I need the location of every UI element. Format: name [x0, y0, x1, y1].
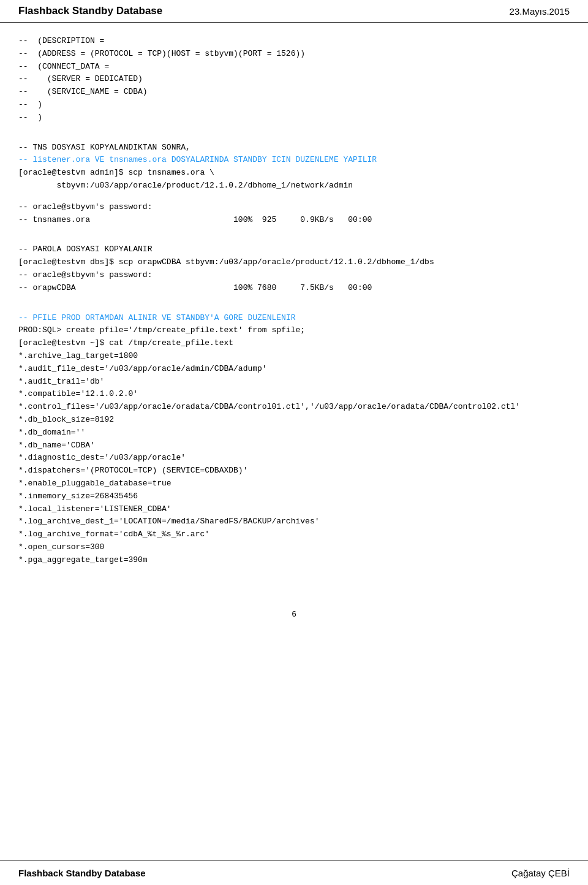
code-line: -- (ADDRESS = (PROTOCOL = TCP)(HOST = st… [18, 48, 570, 61]
code-line: *.log_archive_format='cdbA_%t_%s_%r.arc' [18, 528, 570, 541]
page-content: -- (DESCRIPTION =-- (ADDRESS = (PROTOCOL… [0, 23, 588, 603]
code-line: -- ) [18, 112, 570, 124]
code-line: -- TNS DOSYASI KOPYALANDIKTAN SONRA, [18, 142, 570, 154]
blank-line [18, 192, 570, 201]
code-line: *.archive_lag_target=1800 [18, 350, 570, 363]
page-footer: Flashback Standby Database Çağatay ÇEBİ [0, 860, 588, 885]
code-line: -- (CONNECT_DATA = [18, 61, 570, 74]
code-line: *.diagnostic_dest='/u03/app/oracle' [18, 452, 570, 465]
code-line: *.db_block_size=8192 [18, 414, 570, 427]
code-line: -- (SERVER = DEDICATED) [18, 73, 570, 86]
footer-left: Flashback Standby Database [18, 868, 146, 878]
code-line: -- (DESCRIPTION = [18, 35, 570, 48]
code-line: [oracle@testvm admin]$ scp tnsnames.ora … [18, 167, 570, 180]
code-line: *.inmemory_size=268435456 [18, 490, 570, 503]
page-header: Flashback Standby Database 23.Mayıs.2015 [0, 0, 588, 23]
code-line: -- oracle@stbyvm's password: [18, 201, 570, 214]
code-line: *.log_archive_dest_1='LOCATION=/media/Sh… [18, 515, 570, 528]
code-line: -- PAROLA DOSYASI KOPYALANIR [18, 243, 570, 256]
blank-line [18, 133, 570, 142]
code-line: -- orapwCDBA 100% 7680 7.5KB/s 00:00 [18, 282, 570, 295]
code-line: PROD:SQL> create pfile='/tmp/create_pfil… [18, 324, 570, 337]
blank-line [18, 226, 570, 235]
code-line: -- (SERVICE_NAME = CDBA) [18, 86, 570, 99]
code-line: *.control_files='/u03/app/oracle/oradata… [18, 401, 570, 414]
highlight-line: -- PFILE PROD ORTAMDAN ALINIR VE STANDBY… [18, 312, 570, 325]
code-line: *.enable_pluggable_database=true [18, 477, 570, 490]
blank-line [18, 124, 570, 133]
code-line: *.pga_aggregate_target=390m [18, 554, 570, 567]
code-line: -- tnsnames.ora 100% 925 0.9KB/s 00:00 [18, 214, 570, 227]
code-line: -- oracle@stbyvm's password: [18, 269, 570, 282]
code-line: *.compatible='12.1.0.2.0' [18, 388, 570, 401]
blank-line [18, 235, 570, 243]
code-line: *.local_listener='LISTENER_CDBA' [18, 503, 570, 516]
highlight-line: -- listener.ora VE tnsnames.ora DOSYALAR… [18, 154, 570, 167]
code-line: *.audit_file_dest='/u03/app/oracle/admin… [18, 363, 570, 376]
code-line: stbyvm:/u03/app/oracle/product/12.1.0.2/… [18, 180, 570, 192]
code-line: [oracle@testvm dbs]$ scp orapwCDBA stbyv… [18, 256, 570, 269]
code-line: *.open_cursors=300 [18, 541, 570, 554]
code-line: *.audit_trail='db' [18, 376, 570, 389]
header-title: Flashback Standby Database [18, 5, 162, 17]
code-line: -- ) [18, 99, 570, 112]
code-line: *.db_name='CDBA' [18, 439, 570, 452]
blank-line [18, 303, 570, 312]
code-line: [oracle@testvm ~]$ cat /tmp/create_pfile… [18, 337, 570, 350]
page-number: 6 [0, 609, 588, 618]
code-line: *.dispatchers='(PROTOCOL=TCP) (SERVICE=C… [18, 465, 570, 477]
footer-right: Çağatay ÇEBİ [511, 868, 570, 878]
blank-line [18, 295, 570, 303]
header-date: 23.Mayıs.2015 [510, 6, 570, 17]
code-line: *.db_domain='' [18, 427, 570, 439]
